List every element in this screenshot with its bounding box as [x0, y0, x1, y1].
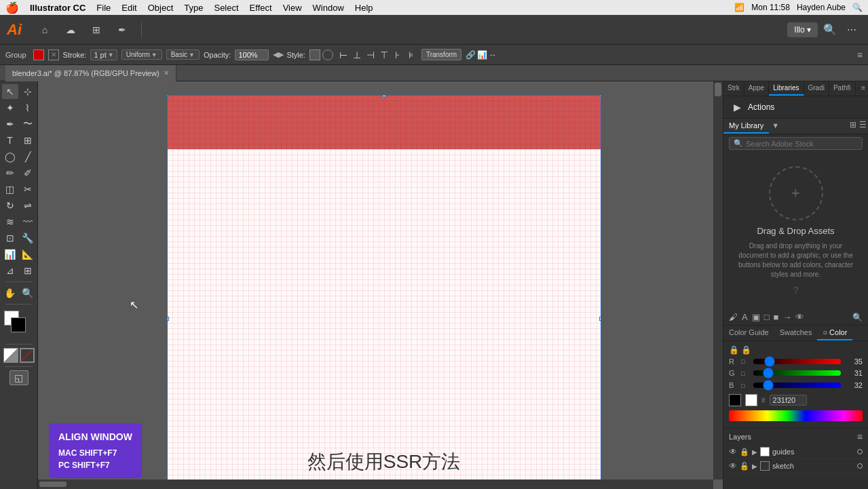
gradient-tool-btn[interactable]: ⊿ — [2, 263, 18, 278]
tab-close-btn[interactable]: ✕ — [164, 69, 169, 77]
stroke-color-box[interactable]: ✕ — [48, 50, 59, 60]
handle-ml[interactable] — [167, 317, 169, 321]
chart-tool-btn[interactable]: 📊 — [2, 247, 18, 262]
select-menu[interactable]: Select — [214, 3, 238, 13]
search-icon[interactable]: 🔍 — [852, 3, 863, 12]
handle-mr[interactable] — [599, 317, 601, 321]
search-small-icon[interactable]: 🔍 — [852, 313, 863, 322]
eraser-tool-btn[interactable]: ◫ — [2, 182, 18, 197]
pen-tool-btn[interactable]: ✒ — [2, 117, 18, 132]
handle-tl[interactable] — [167, 95, 169, 97]
arrow-right-icon[interactable]: → — [782, 312, 791, 322]
lib-tab-mylibrary[interactable]: My Library — [723, 119, 769, 134]
pencil-tool-btn[interactable]: ✐ — [20, 165, 36, 180]
line-tool-btn[interactable]: ╱ — [20, 149, 36, 164]
swatches-tab[interactable]: Swatches — [774, 326, 818, 340]
align-middle-icon[interactable]: ⊦ — [392, 50, 404, 60]
background-color[interactable] — [11, 317, 26, 332]
fill-color-box[interactable] — [33, 50, 44, 60]
r-slider[interactable] — [753, 359, 841, 364]
horizontal-scrollbar[interactable] — [38, 480, 713, 489]
cloud-btn[interactable]: ☁ — [61, 20, 80, 39]
panel-menu-btn[interactable]: ≡ — [858, 81, 868, 96]
color-tab[interactable]: ○ Color — [817, 326, 852, 340]
library-search[interactable]: 🔍 — [729, 137, 863, 150]
align-left-icon[interactable]: ⊢ — [337, 50, 350, 60]
white-swatch[interactable] — [745, 394, 757, 406]
b-slider[interactable] — [753, 383, 841, 388]
layer-guides[interactable]: 👁 🔒 ▶ guides — [723, 445, 868, 459]
eye-icon[interactable]: 👁 — [795, 312, 804, 322]
transform-btn[interactable]: Transform — [421, 49, 461, 60]
measure-tool-btn[interactable]: 📐 — [20, 247, 36, 262]
shape-tool-btn[interactable]: ◯ — [2, 149, 18, 164]
panel-toggle-icon[interactable]: ≡ — [857, 50, 863, 60]
handle-tr[interactable] — [599, 95, 601, 97]
apple-menu[interactable]: 🍎 — [5, 1, 19, 14]
grid-view-icon[interactable]: ⊞ — [850, 120, 856, 132]
expand-all-icon[interactable]: ≡ — [857, 431, 863, 442]
style-round-btn[interactable] — [322, 50, 333, 60]
document-tab[interactable]: blender3.ai* @ 87.87% (RGB/GPU Preview) … — [5, 65, 176, 81]
warp-tool-btn[interactable]: 〰 — [20, 214, 36, 229]
opacity-input[interactable] — [235, 50, 269, 60]
link-icon[interactable]: 🔗 — [466, 50, 476, 60]
pen-tool-btn[interactable]: ✒ — [113, 20, 132, 39]
none-mode-btn[interactable] — [20, 348, 35, 363]
type-tool-btn[interactable]: T — [2, 133, 18, 148]
align-right-icon[interactable]: ⊣ — [364, 50, 377, 60]
sketch-visibility-icon[interactable]: 👁 — [729, 461, 737, 471]
effect-menu[interactable]: Effect — [250, 3, 272, 13]
guides-expand-icon[interactable]: ▶ — [752, 448, 757, 456]
stroke-style-select[interactable]: Basic ▼ — [166, 50, 200, 60]
home-btn[interactable]: ⌂ — [35, 20, 54, 39]
add-asset-circle[interactable]: + — [769, 166, 823, 220]
g-slider[interactable] — [753, 370, 841, 376]
window-menu[interactable]: Window — [313, 3, 344, 13]
lasso-tool-btn[interactable]: ⌇ — [20, 100, 36, 115]
magic-wand-tool-btn[interactable]: ✦ — [2, 100, 18, 115]
search-btn[interactable]: 🔍 — [823, 23, 837, 36]
grid-tool-btn[interactable]: ⊞ — [20, 133, 36, 148]
opacity-slider-arrow[interactable]: ◀▶ — [273, 50, 282, 59]
selection-tool-btn[interactable]: ↖ — [2, 84, 18, 99]
reflect-tool-btn[interactable]: ⇌ — [20, 198, 36, 213]
screen-mode-btn[interactable]: ⊞ — [87, 20, 106, 39]
guides-visibility-icon[interactable]: 👁 — [729, 447, 737, 456]
lock-icon-2[interactable]: 🔒 — [741, 345, 751, 355]
object-menu[interactable]: Object — [148, 3, 174, 13]
tab-appearance[interactable]: Appe — [744, 81, 769, 96]
hand-tool-btn[interactable]: ✋ — [2, 286, 18, 300]
tab-libraries[interactable]: Libraries — [769, 81, 804, 96]
vertical-scrollbar[interactable] — [713, 81, 723, 480]
stroke-type-select[interactable]: Uniform ▼ — [121, 50, 162, 60]
layer-sketch[interactable]: 👁 🔓 ▶ sketch — [723, 459, 868, 473]
help-icon[interactable]: ? — [793, 285, 799, 296]
play-actions-btn[interactable]: ▶ — [730, 100, 744, 114]
lock-icon-1[interactable]: 🔒 — [729, 345, 739, 355]
white-square-icon[interactable]: □ — [764, 312, 770, 322]
color-spectrum[interactable] — [729, 410, 863, 421]
color-guide-tab[interactable]: Color Guide — [723, 326, 774, 340]
library-search-input[interactable] — [746, 140, 858, 148]
app-name-menu[interactable]: Illustrator CC — [30, 3, 86, 13]
align-center-icon[interactable]: ⊥ — [351, 50, 363, 60]
color-selector[interactable] — [4, 311, 34, 338]
black-square-icon[interactable]: ■ — [774, 312, 779, 322]
curve-tool-btn[interactable]: 〜 — [20, 117, 36, 132]
sketch-lock-icon[interactable]: 🔓 — [740, 462, 749, 471]
mesh-tool-btn[interactable]: ⊞ — [20, 263, 36, 278]
tab-gradient[interactable]: Gradi — [804, 81, 829, 96]
gradient-mode-btn[interactable] — [3, 348, 18, 363]
hex-input[interactable] — [770, 395, 807, 406]
edit-menu[interactable]: Edit — [121, 3, 136, 13]
sketch-name[interactable]: sketch — [772, 462, 854, 470]
list-view-icon[interactable]: ☰ — [859, 120, 867, 132]
more-btn[interactable]: ⋯ — [842, 20, 861, 39]
profile-dropdown[interactable]: Illo ▾ — [787, 22, 818, 37]
text-icon[interactable]: A — [742, 312, 748, 322]
stroke-weight-input[interactable]: 1 pt ▼ — [90, 50, 117, 60]
align-top-icon[interactable]: ⊤ — [378, 50, 390, 60]
width-tool-btn[interactable]: ≋ — [2, 214, 18, 229]
free-transform-btn[interactable]: ⊡ — [2, 231, 18, 246]
